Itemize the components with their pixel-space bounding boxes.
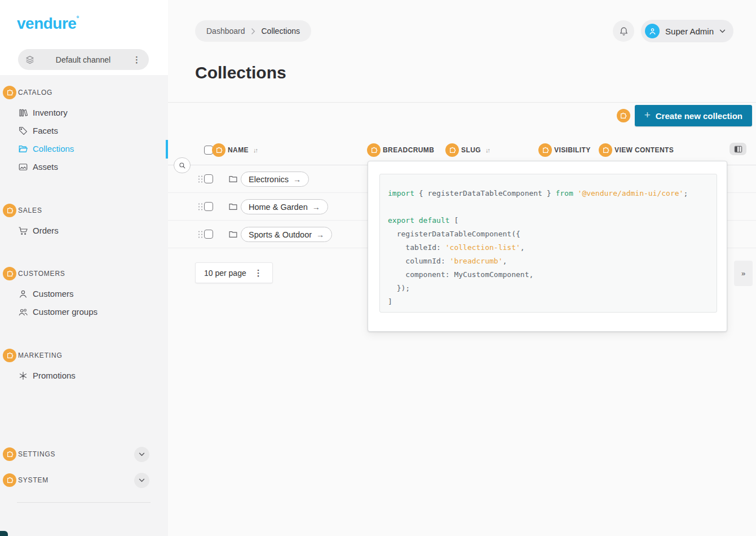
dev-mode-puzzle-badge[interactable] [3,349,16,362]
row-checkbox[interactable] [204,230,213,239]
cart-icon [18,226,28,236]
section-label: SALES [18,207,42,214]
dev-mode-corner-toast[interactable] [0,531,8,536]
items-per-page-button[interactable]: 10 per page ⋮ [195,262,273,283]
nav-section-settings: SETTINGS [3,447,55,461]
row-checkbox[interactable] [204,202,213,211]
breadcrumb-link-dashboard[interactable]: Dashboard [206,27,245,36]
channel-label: Default channel [35,55,131,64]
column-header-slug[interactable]: SLUG ↓↑ [445,143,489,157]
next-page-button[interactable]: » [734,261,753,286]
sidebar-item-inventory[interactable]: Inventory [0,103,168,122]
folder-icon [228,230,238,239]
section-label: CUSTOMERS [18,270,65,278]
main-content: Dashboard Collections Super Admin Collec… [168,0,756,536]
column-label: BREADCRUMB [383,146,434,154]
breadcrumb: Dashboard Collections [195,20,311,42]
sidebar-item-label: Customers [33,289,74,298]
create-new-collection-button[interactable]: + Create new collection [635,105,752,126]
dev-mode-puzzle-badge[interactable] [445,143,459,157]
column-settings-button[interactable] [730,143,746,155]
vendure-logo[interactable]: vendure° [17,15,79,33]
dev-mode-puzzle-badge[interactable] [3,267,16,280]
active-item-indicator [166,140,168,159]
dev-mode-puzzle-badge[interactable] [367,143,381,157]
system-expand-button[interactable] [134,473,149,488]
user-name: Super Admin [665,27,714,36]
sidebar-item-promotions[interactable]: Promotions [0,366,168,385]
nav-section-sales: SALES [3,204,42,217]
nav-section-catalog: CATALOG [3,86,52,99]
sidebar-item-label: Collections [33,144,74,153]
arrow-right-icon: → [312,203,320,212]
header-divider [168,102,756,103]
section-label: SYSTEM [18,476,48,484]
channel-selector[interactable]: Default channel ⋮ [18,49,149,70]
sidebar-item-facets[interactable]: Facets [0,121,168,140]
column-label: SLUG [461,146,481,154]
dev-mode-puzzle-badge[interactable] [538,143,552,157]
dev-mode-puzzle-badge[interactable] [3,447,16,461]
notifications-button[interactable] [613,20,634,42]
plus-icon: + [644,109,651,121]
drag-handle-icon[interactable] [198,203,203,211]
sidebar-item-label: Assets [33,162,58,172]
logo-trademark: ° [76,15,78,23]
sidebar-item-label: Orders [33,226,59,235]
dev-mode-puzzle-badge[interactable] [3,473,16,487]
column-header-breadcrumb: BREADCRUMB [367,143,434,157]
section-label: SETTINGS [18,450,55,458]
dev-mode-puzzle-badge[interactable] [617,109,630,122]
sidebar-item-label: Inventory [33,108,68,117]
column-label: NAME [228,146,249,154]
row-checkbox[interactable] [204,174,213,183]
columns-icon [734,146,742,153]
sidebar-item-label: Customer groups [33,307,98,317]
collection-name-chip[interactable]: Electronics→ [241,172,309,187]
sidebar-divider [17,502,151,503]
kebab-icon: ⋮ [131,55,142,65]
column-header-name[interactable]: NAME ↓↑ [212,143,257,157]
arrow-right-icon: → [316,230,324,239]
sort-icon[interactable]: ↓↑ [253,147,257,153]
sidebar-item-customers[interactable]: Customers [0,284,168,303]
drag-handle-icon[interactable] [198,230,203,239]
nav-section-customers: CUSTOMERS [3,267,65,280]
breadcrumb-current-collections[interactable]: Collections [262,27,300,36]
folder-open-icon [18,144,28,154]
collection-name-chip[interactable]: Sports & Outdoor→ [241,227,332,242]
sidebar-item-collections[interactable]: Collections [0,139,168,158]
bell-icon [618,26,629,37]
chevron-down-icon [139,452,145,456]
settings-expand-button[interactable] [134,447,149,462]
sidebar-item-label: Facets [33,126,58,135]
dev-mode-puzzle-badge[interactable] [599,143,612,157]
sidebar-item-assets[interactable]: Assets [0,157,168,176]
arrow-right-icon: → [293,175,301,184]
column-header-view-contents: VIEW CONTENTS [599,143,674,157]
nav-section-marketing: MARKETING [3,349,63,362]
page-title: Collections [195,63,286,82]
sidebar-item-orders[interactable]: Orders [0,221,168,240]
dev-mode-puzzle-badge[interactable] [3,204,16,217]
asterisk-icon [18,371,28,381]
column-label: VISIBILITY [554,146,591,154]
tag-icon [18,126,28,136]
folder-icon [228,202,238,212]
section-label: MARKETING [18,352,63,359]
column-label: VIEW CONTENTS [614,146,674,154]
chevron-down-icon [719,29,726,33]
layers-icon [25,55,35,65]
sort-icon[interactable]: ↓↑ [485,147,489,153]
sidebar-item-label: Promotions [33,371,76,380]
dev-mode-puzzle-badge[interactable] [212,143,226,157]
drag-handle-icon[interactable] [198,175,203,183]
collection-name-chip[interactable]: Home & Garden→ [241,199,328,214]
dev-mode-puzzle-badge[interactable] [3,86,16,99]
kebab-icon: ⋮ [253,268,264,278]
sidebar-item-customer-groups[interactable]: Customer groups [0,302,168,321]
folder-icon [228,174,238,184]
search-toggle-button[interactable] [174,157,191,173]
user-menu[interactable]: Super Admin [641,20,733,42]
sidebar-nav: CATALOG Inventory Facets Collections Ass… [0,75,168,536]
